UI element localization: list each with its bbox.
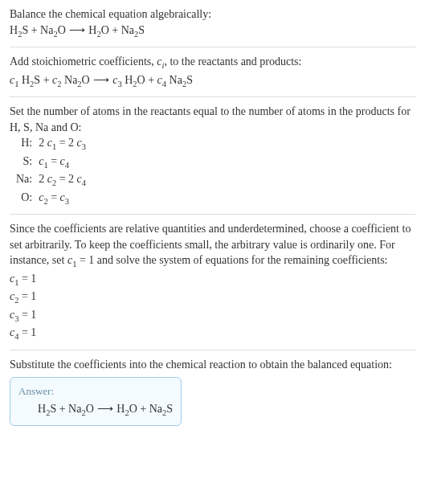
divider <box>10 96 415 97</box>
answer-equation: H2S + Na2O ⟶ H2O + Na2S <box>18 401 173 419</box>
atom-label: H: <box>13 135 35 153</box>
divider <box>10 214 415 215</box>
reactant-2: Na2O <box>40 24 66 36</box>
answer-box: Answer: H2S + Na2O ⟶ H2O + Na2S <box>10 377 182 426</box>
coef-line: c4 = 1 <box>10 325 415 342</box>
stoich-intro: Add stoichiometric coefficients, ci, to … <box>10 54 415 72</box>
solve-section: Since the coefficients are relative quan… <box>10 221 415 343</box>
coef-list: c1 = 1 c2 = 1 c3 = 1 c4 = 1 <box>10 271 415 343</box>
coef-line: c1 = 1 <box>10 271 415 289</box>
solve-intro: Since the coefficients are relative quan… <box>10 221 415 271</box>
table-row: H: 2 c1 = 2 c3 <box>13 135 89 153</box>
atom-equation: c2 = c3 <box>35 190 89 207</box>
table-row: S: c1 = c4 <box>13 154 89 171</box>
atom-label: Na: <box>13 171 35 189</box>
intro-text: Balance the chemical equation algebraica… <box>10 6 415 23</box>
product-2: Na2S <box>121 24 145 36</box>
subst-text: Substitute the coefficients into the che… <box>10 357 415 373</box>
atom-equation: 2 c2 = 2 c4 <box>35 171 89 189</box>
intro-section: Balance the chemical equation algebraica… <box>10 6 415 40</box>
table-row: Na: 2 c2 = 2 c4 <box>13 171 89 189</box>
stoich-section: Add stoichiometric coefficients, ci, to … <box>10 54 415 90</box>
subst-section: Substitute the coefficients into the che… <box>10 357 415 373</box>
reactant-1: H2S <box>10 24 28 36</box>
atoms-section: Set the number of atoms in the reactants… <box>10 104 415 207</box>
atom-label: O: <box>13 190 35 207</box>
atom-equation: c1 = c4 <box>35 154 89 171</box>
coef-line: c2 = 1 <box>10 289 415 306</box>
divider <box>10 350 415 350</box>
atom-equations-table: H: 2 c1 = 2 c3 S: c1 = c4 Na: 2 c2 = 2 c… <box>13 135 89 207</box>
reaction-unbalanced: H2S + Na2O ⟶ H2O + Na2S <box>10 23 415 40</box>
atom-label: S: <box>13 154 35 171</box>
coef-line: c3 = 1 <box>10 307 415 325</box>
table-row: O: c2 = c3 <box>13 190 89 207</box>
atom-equation: 2 c1 = 2 c3 <box>35 135 89 153</box>
reaction-with-coeffs: c1 H2S + c2 Na2O ⟶ c3 H2O + c4 Na2S <box>10 72 415 90</box>
divider <box>10 47 415 47</box>
answer-label: Answer: <box>18 384 173 399</box>
product-1: H2O <box>88 24 109 36</box>
atoms-intro: Set the number of atoms in the reactants… <box>10 104 415 135</box>
